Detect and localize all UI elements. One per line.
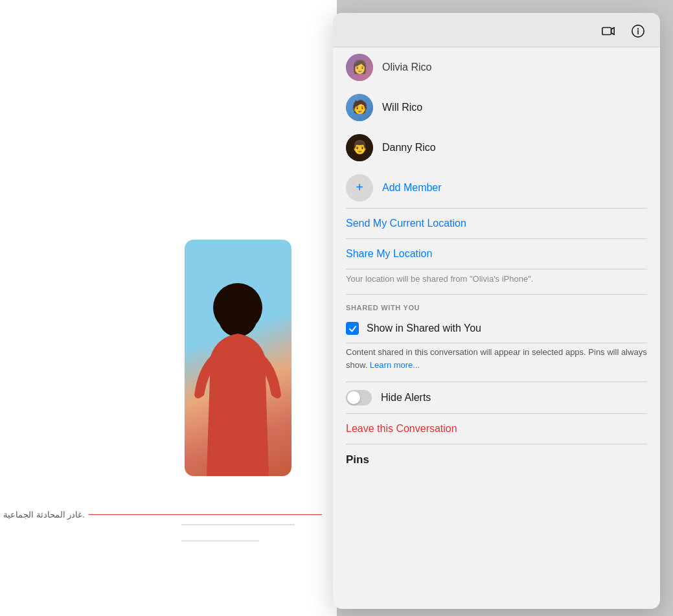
svg-text:👨: 👨 [352, 139, 368, 155]
leave-conversation-link[interactable]: Leave this Conversation [333, 414, 660, 444]
contact-item-will[interactable]: 🧑 Will Rico [333, 87, 660, 128]
contact-name-add: Add Member [382, 182, 442, 194]
pins-section: Pins [333, 444, 660, 472]
show-in-shared-row[interactable]: Show in Shared with You [333, 317, 660, 343]
avatar-add: + [346, 174, 373, 201]
contact-name-olivia: Olivia Rico [382, 62, 431, 73]
pins-label: Pins [346, 453, 369, 466]
bg-line-1 [181, 524, 295, 525]
bg-line-2 [181, 540, 259, 542]
learn-more-link[interactable]: Learn more... [370, 360, 420, 370]
contact-item-add[interactable]: + Add Member [333, 168, 660, 208]
avatar-olivia: 👩 [346, 54, 373, 81]
annotation-callout: .غادر المحادثة الجماعية [3, 510, 322, 519]
contact-item-danny[interactable]: 👨 Danny Rico [333, 128, 660, 168]
show-in-shared-checkbox[interactable] [346, 322, 359, 335]
shared-with-you-header: SHARED WITH YOU [333, 295, 660, 317]
hide-alerts-label: Hide Alerts [381, 392, 431, 404]
background-photo [185, 240, 291, 476]
annotation-text: .غادر المحادثة الجماعية [3, 510, 85, 519]
svg-point-1 [213, 283, 262, 332]
avatar-danny: 👨 [346, 134, 373, 161]
location-section: Send My Current Location [333, 209, 660, 238]
shared-description: Content shared in this conversation will… [333, 343, 660, 382]
contact-name-will: Will Rico [382, 102, 422, 113]
location-subtext: Your location will be shared from "Olivi… [333, 269, 660, 294]
contact-item-olivia[interactable]: 👩 Olivia Rico [333, 47, 660, 87]
annotation-line [89, 514, 322, 515]
avatar-will: 🧑 [346, 94, 373, 121]
detail-panel: 👩 Olivia Rico 🧑 Will Ri [333, 13, 660, 609]
video-call-button[interactable] [599, 22, 617, 40]
contact-list: 👩 Olivia Rico 🧑 Will Ri [333, 47, 660, 208]
share-location-link[interactable]: Share My Location [333, 239, 660, 269]
hide-alerts-row: Hide Alerts [333, 382, 660, 413]
show-in-shared-label: Show in Shared with You [367, 323, 481, 334]
svg-text:👩: 👩 [352, 59, 368, 74]
panel-toolbar [333, 13, 660, 47]
contact-name-danny: Danny Rico [382, 142, 436, 154]
info-button[interactable] [629, 22, 647, 40]
svg-text:+: + [356, 180, 363, 194]
hide-alerts-toggle[interactable] [346, 390, 372, 405]
svg-text:🧑: 🧑 [352, 99, 368, 115]
svg-rect-2 [602, 28, 611, 35]
send-location-link[interactable]: Send My Current Location [333, 209, 660, 238]
toggle-knob [347, 391, 360, 404]
